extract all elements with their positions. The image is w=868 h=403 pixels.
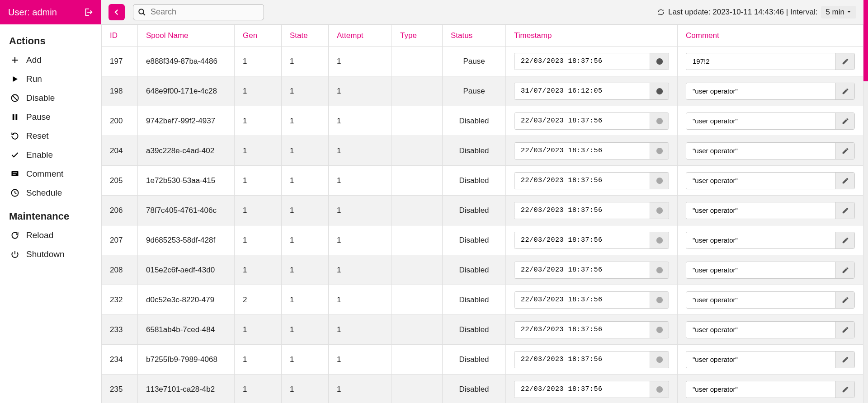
sidebar-item-reload[interactable]: Reload — [0, 226, 101, 245]
comment-input[interactable] — [686, 83, 835, 99]
col-header-attempt[interactable]: Attempt — [329, 25, 392, 47]
col-header-comment[interactable]: Comment — [678, 25, 863, 47]
search-field[interactable] — [133, 4, 264, 20]
refresh-icon[interactable] — [657, 9, 665, 16]
edit-icon[interactable] — [835, 202, 854, 219]
table-row[interactable]: 2336581ab4b-7ced-484111Disabled — [102, 315, 863, 345]
sidebar-item-shutdown[interactable]: Shutdown — [0, 245, 101, 264]
comment-input[interactable] — [686, 262, 835, 278]
comment-field[interactable] — [686, 232, 855, 249]
timestamp-input[interactable] — [514, 113, 650, 129]
timestamp-input[interactable] — [514, 173, 650, 189]
table-row[interactable]: 204a39c228e-c4ad-402111Disabled — [102, 136, 863, 166]
table-row[interactable]: 197e888f349-87ba-4486111Pause — [102, 47, 863, 76]
scrollbar-track[interactable] — [863, 0, 868, 403]
timestamp-field[interactable] — [514, 142, 669, 159]
timestamp-field[interactable] — [514, 351, 669, 368]
table-row[interactable]: 2009742bef7-99f2-4937111Disabled — [102, 106, 863, 136]
sidebar-collapse-button[interactable] — [108, 4, 125, 20]
comment-field[interactable] — [686, 142, 855, 159]
timestamp-input[interactable] — [514, 292, 650, 308]
edit-icon[interactable] — [835, 322, 854, 338]
comment-field[interactable] — [686, 202, 855, 219]
comment-input[interactable] — [686, 202, 835, 219]
col-header-type[interactable]: Type — [392, 25, 443, 47]
sidebar-item-schedule[interactable]: Schedule — [0, 183, 101, 202]
comment-input[interactable] — [686, 143, 835, 159]
timestamp-field[interactable] — [514, 202, 669, 219]
timestamp-field[interactable] — [514, 262, 669, 279]
edit-icon[interactable] — [835, 113, 854, 129]
edit-icon[interactable] — [835, 351, 854, 368]
comment-field[interactable] — [686, 321, 855, 338]
comment-input[interactable] — [686, 173, 835, 189]
timestamp-field[interactable] — [514, 232, 669, 249]
timestamp-input[interactable] — [514, 381, 650, 398]
timestamp-field[interactable] — [514, 291, 669, 309]
timestamp-input[interactable] — [514, 232, 650, 248]
sidebar-item-pause[interactable]: Pause — [0, 108, 101, 127]
col-header-name[interactable]: Spool Name — [138, 25, 235, 47]
col-header-state[interactable]: State — [282, 25, 329, 47]
comment-field[interactable] — [686, 172, 855, 189]
edit-icon[interactable] — [835, 173, 854, 189]
sidebar-item-comment[interactable]: Comment — [0, 164, 101, 183]
table-row[interactable]: 198648e9f00-171e-4c28111Pause — [102, 76, 863, 106]
clock-icon[interactable] — [650, 83, 669, 99]
comment-input[interactable] — [686, 232, 835, 248]
comment-input[interactable] — [686, 292, 835, 308]
col-header-gen[interactable]: Gen — [235, 25, 282, 47]
table-row[interactable]: 208015e2c6f-aedf-43d0111Disabled — [102, 255, 863, 285]
table-row[interactable]: 20678f7c405-4761-406c111Disabled — [102, 196, 863, 225]
sidebar-item-disable[interactable]: Disable — [0, 89, 101, 108]
timestamp-field[interactable] — [514, 112, 669, 130]
comment-input[interactable] — [686, 53, 835, 70]
sidebar-item-enable[interactable]: Enable — [0, 145, 101, 164]
edit-icon[interactable] — [835, 143, 854, 159]
timestamp-input[interactable] — [514, 351, 650, 368]
comment-input[interactable] — [686, 322, 835, 338]
comment-input[interactable] — [686, 113, 835, 129]
col-header-status[interactable]: Status — [443, 25, 506, 47]
table-row[interactable]: 234b7255fb9-7989-4068111Disabled — [102, 345, 863, 375]
table-row[interactable]: 2079d685253-58df-428f111Disabled — [102, 225, 863, 255]
edit-icon[interactable] — [835, 53, 854, 70]
clock-icon[interactable] — [650, 53, 669, 70]
sidebar-item-run[interactable]: Run — [0, 70, 101, 89]
comment-input[interactable] — [686, 351, 835, 368]
table-row[interactable]: 232d0c52e3c-8220-479211Disabled — [102, 285, 863, 315]
sidebar-item-add[interactable]: Add — [0, 51, 101, 70]
timestamp-input[interactable] — [514, 322, 650, 338]
edit-icon[interactable] — [835, 381, 854, 398]
timestamp-field[interactable] — [514, 381, 669, 398]
timestamp-input[interactable] — [514, 53, 650, 70]
table-row[interactable]: 235113e7101-ca28-4b2111Disabled — [102, 375, 863, 403]
comment-field[interactable] — [686, 53, 855, 70]
comment-field[interactable] — [686, 112, 855, 130]
logout-icon[interactable] — [83, 7, 93, 17]
timestamp-field[interactable] — [514, 321, 669, 338]
search-input[interactable] — [150, 7, 259, 17]
comment-field[interactable] — [686, 262, 855, 279]
edit-icon[interactable] — [835, 292, 854, 308]
edit-icon[interactable] — [835, 262, 854, 278]
timestamp-field[interactable] — [514, 172, 669, 189]
sidebar-item-reset[interactable]: Reset — [0, 127, 101, 145]
comment-field[interactable] — [686, 381, 855, 398]
timestamp-field[interactable] — [514, 53, 669, 70]
col-header-timestamp[interactable]: Timestamp — [506, 25, 678, 47]
interval-select[interactable]: 5 min — [821, 6, 856, 19]
comment-field[interactable] — [686, 83, 855, 100]
comment-field[interactable] — [686, 291, 855, 309]
table-row[interactable]: 2051e72b530-53aa-415111Disabled — [102, 166, 863, 196]
timestamp-field[interactable] — [514, 83, 669, 100]
comment-input[interactable] — [686, 381, 835, 398]
timestamp-input[interactable] — [514, 83, 650, 99]
col-header-id[interactable]: ID — [102, 25, 138, 47]
timestamp-input[interactable] — [514, 143, 650, 159]
timestamp-input[interactable] — [514, 262, 650, 278]
edit-icon[interactable] — [835, 232, 854, 248]
scrollbar-thumb[interactable] — [863, 0, 868, 81]
comment-field[interactable] — [686, 351, 855, 368]
timestamp-input[interactable] — [514, 202, 650, 219]
